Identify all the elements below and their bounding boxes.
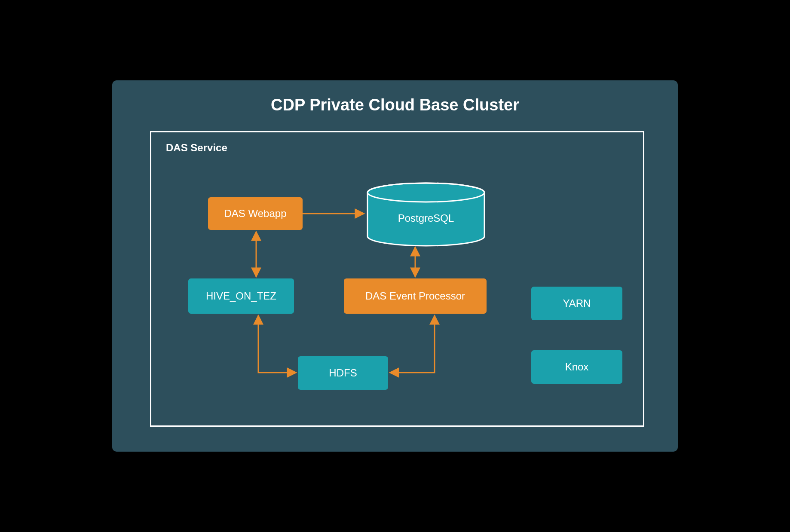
svg-text:PostgreSQL: PostgreSQL [398, 212, 454, 224]
cluster-title: CDP Private Cloud Base Cluster [112, 80, 678, 114]
node-hdfs: HDFS [298, 356, 388, 390]
node-hive: HIVE_ON_TEZ [188, 278, 294, 314]
diagram-canvas: CDP Private Cloud Base Cluster DAS Servi… [112, 80, 678, 452]
das-service-label: DAS Service [151, 132, 643, 163]
node-das-ep: DAS Event Processor [344, 278, 487, 314]
node-yarn: YARN [531, 287, 622, 320]
node-knox: Knox [531, 350, 622, 384]
node-postgres: PostgreSQL [366, 182, 486, 247]
node-das-webapp: DAS Webapp [208, 197, 303, 230]
